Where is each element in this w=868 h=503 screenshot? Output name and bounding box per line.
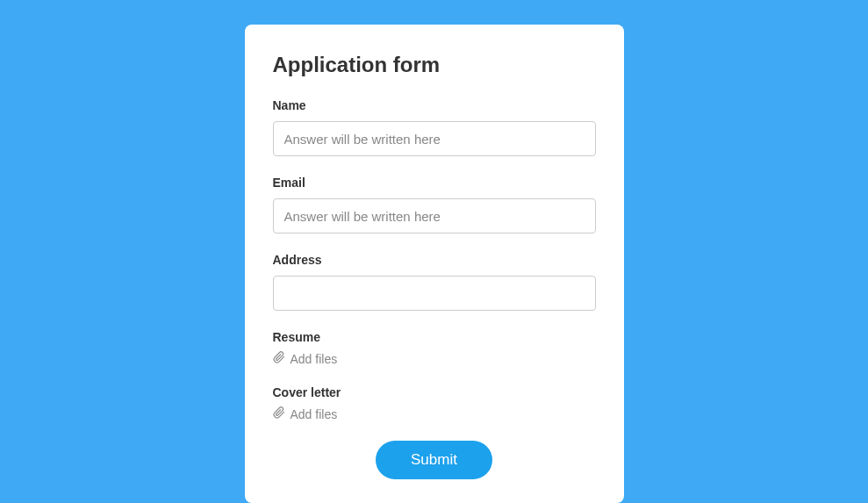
cover-letter-label: Cover letter [273, 385, 596, 399]
email-field: Email [273, 176, 596, 234]
address-label: Address [273, 253, 596, 267]
resume-add-files[interactable]: Add files [273, 351, 596, 366]
form-title: Application form [273, 53, 596, 77]
resume-label: Resume [273, 330, 596, 344]
name-input[interactable] [273, 121, 596, 156]
email-input[interactable] [273, 198, 596, 234]
cover-letter-add-files-label: Add files [291, 407, 338, 421]
paperclip-icon [273, 406, 285, 421]
name-label: Name [273, 98, 596, 112]
email-label: Email [273, 176, 596, 190]
address-input[interactable] [273, 276, 596, 311]
address-field: Address [273, 253, 596, 311]
resume-add-files-label: Add files [291, 352, 338, 366]
submit-button[interactable]: Submit [376, 441, 492, 479]
application-form-card: Application form Name Email Address Resu… [245, 25, 624, 503]
cover-letter-add-files[interactable]: Add files [273, 406, 596, 421]
name-field: Name [273, 98, 596, 156]
submit-row: Submit [273, 441, 596, 479]
paperclip-icon [273, 351, 285, 366]
resume-field: Resume Add files [273, 330, 596, 366]
cover-letter-field: Cover letter Add files [273, 385, 596, 421]
